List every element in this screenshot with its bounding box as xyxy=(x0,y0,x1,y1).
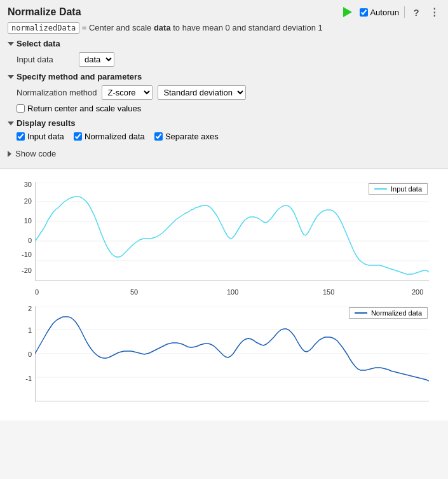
chart2-container: 2 1 0 -1 Normalized data xyxy=(0,300,448,420)
normalized-data-checkbox-label: Normalized data xyxy=(85,132,145,141)
input-data-checkbox[interactable] xyxy=(17,132,25,141)
menu-button[interactable]: ⋮ xyxy=(428,6,440,18)
autorun-checkbox[interactable] xyxy=(360,8,368,17)
chart1-legend-label: Input data xyxy=(391,185,422,193)
input-data-select[interactable]: data xyxy=(79,52,114,67)
help-button[interactable]: ? xyxy=(410,6,423,18)
show-code-row[interactable]: Show code xyxy=(8,145,440,161)
method-content: Normalization method Z-score Min-max Rob… xyxy=(17,85,440,113)
chart1-legend-line xyxy=(374,188,387,190)
method-header[interactable]: Specify method and parameters xyxy=(8,72,440,81)
y2-label-1: 1 xyxy=(0,326,32,334)
run-triangle-icon xyxy=(343,7,352,17)
x1-label-150: 150 xyxy=(323,288,334,296)
normalization-method-row: Normalization method Z-score Min-max Rob… xyxy=(17,85,440,100)
display-results-header[interactable]: Display results xyxy=(8,118,440,128)
autorun-text: Autorun xyxy=(370,8,399,17)
method-label: Specify method and parameters xyxy=(17,72,142,81)
select-data-header[interactable]: Select data xyxy=(8,39,440,48)
chart2-legend-label: Normalized data xyxy=(371,309,422,317)
y1-label-20: 20 xyxy=(0,197,32,205)
chart2-legend: Normalized data xyxy=(349,307,428,319)
x1-label-200: 200 xyxy=(412,288,423,296)
separate-axes-checkbox[interactable] xyxy=(154,132,163,141)
separate-axes-checkbox-label: Separate axes xyxy=(165,132,219,141)
page-title: Normalize Data xyxy=(8,6,81,18)
return-center-checkbox[interactable] xyxy=(17,104,25,113)
vertical-divider xyxy=(404,6,405,18)
collapse-icon-display xyxy=(8,121,14,125)
autorun-label[interactable]: Autorun xyxy=(360,8,399,17)
var-name: normalizedData xyxy=(8,22,79,34)
display-results-content: Input data Normalized data Separate axes xyxy=(17,132,440,141)
return-checkbox-row: Return center and scale values xyxy=(17,104,440,113)
desc-post: to have mean 0 and standard deviation 1 xyxy=(171,23,323,32)
top-panel: Normalize Data Autorun ? ⋮ normalizedDat… xyxy=(0,0,448,169)
select-data-section: Select data Input data data xyxy=(8,39,440,67)
select-data-label: Select data xyxy=(17,39,60,48)
show-code-label: Show code xyxy=(15,149,56,158)
input-data-checkbox-label: Input data xyxy=(27,132,64,141)
y1-label-neg10: -10 xyxy=(0,251,32,258)
chart1-svg xyxy=(35,182,429,281)
header-row: Normalize Data Autorun ? ⋮ xyxy=(8,5,440,19)
chart-area: 30 20 10 0 -10 -20 0 50 100 150 200 Inpu… xyxy=(0,169,448,420)
y1-label-30: 30 xyxy=(0,181,32,188)
method-section: Specify method and parameters Normalizat… xyxy=(8,72,440,113)
run-button[interactable] xyxy=(341,5,355,19)
return-center-label: Return center and scale values xyxy=(27,104,141,113)
chart1-container: 30 20 10 0 -10 -20 0 50 100 150 200 Inpu… xyxy=(0,176,448,300)
param-select[interactable]: Standard deviation Variance Range xyxy=(158,85,246,100)
input-data-row: Input data data xyxy=(17,52,440,67)
y2-label-0: 0 xyxy=(0,351,32,358)
display-results-section: Display results Input data Normalized da… xyxy=(8,118,440,141)
collapse-icon-select xyxy=(8,42,14,46)
x1-label-100: 100 xyxy=(227,288,238,296)
y1-label-neg20: -20 xyxy=(0,267,32,274)
input-data-label: Input data xyxy=(17,55,74,64)
x1-label-50: 50 xyxy=(130,288,138,296)
y2-label-2: 2 xyxy=(0,305,32,312)
normalization-method-select[interactable]: Z-score Min-max Robust xyxy=(102,85,153,100)
y1-label-10: 10 xyxy=(0,217,32,225)
chart1-legend: Input data xyxy=(369,183,428,195)
display-checkboxes-row: Input data Normalized data Separate axes xyxy=(17,132,440,141)
select-data-content: Input data data xyxy=(17,52,440,67)
header-controls: Autorun ? ⋮ xyxy=(341,5,440,19)
chart2-legend-line xyxy=(355,312,367,314)
description-row: normalizedData = Center and scale data t… xyxy=(8,23,440,32)
method-field-label: Normalization method xyxy=(17,88,97,97)
desc-pre: = Center and scale xyxy=(82,23,154,32)
show-code-triangle-icon xyxy=(8,151,11,157)
y2-label-neg1: -1 xyxy=(0,375,32,382)
x1-label-0: 0 xyxy=(35,288,39,296)
desc-bold: data xyxy=(154,23,171,32)
y1-label-0: 0 xyxy=(0,237,32,244)
collapse-icon-method xyxy=(8,75,14,79)
normalized-data-checkbox[interactable] xyxy=(74,132,82,141)
display-results-label: Display results xyxy=(17,118,76,128)
chart2-svg xyxy=(35,306,429,401)
